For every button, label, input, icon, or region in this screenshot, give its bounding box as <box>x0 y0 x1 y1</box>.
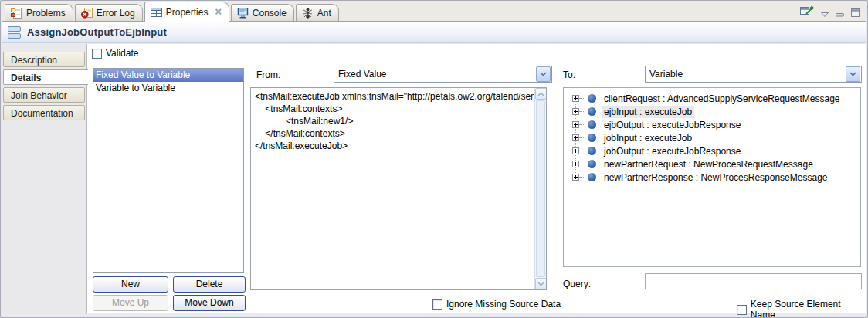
properties-icon <box>151 7 162 18</box>
keep-source-row: Keep Source Element Name <box>737 299 866 318</box>
list-item[interactable]: Fixed Value to Variable <box>93 69 243 82</box>
chevron-down-icon[interactable] <box>536 66 551 82</box>
variable-icon <box>588 173 596 181</box>
from-combo-value: Fixed Value <box>334 69 536 80</box>
tree-item-label[interactable]: ejbOutput : executeJobResponse <box>602 119 743 131</box>
tab-console[interactable]: Console <box>231 4 294 21</box>
variable-icon <box>588 134 596 142</box>
expand-plus-icon[interactable] <box>572 95 579 102</box>
to-label: To: <box>563 69 575 80</box>
validate-row: Validate <box>92 48 138 59</box>
tree-row[interactable]: clientRequest : AdvancedSupplyServiceReq… <box>564 92 860 105</box>
tree-item-label[interactable]: newPartnerResponse : NewProcesResponseMe… <box>602 171 829 184</box>
variable-tree: clientRequest : AdvancedSupplyServiceReq… <box>563 87 861 267</box>
problems-icon <box>11 8 22 19</box>
new-button[interactable]: New <box>93 276 168 293</box>
expand-plus-icon[interactable] <box>572 108 579 115</box>
mapping-list: Fixed Value to Variable Variable to Vari… <box>93 68 244 273</box>
query-label: Query: <box>563 279 591 289</box>
xml-content: <tnsMail:executeJob xmlns:tnsMail="http:… <box>251 88 534 289</box>
tree-row[interactable]: newPartnerResponse : NewProcesResponseMe… <box>564 171 860 184</box>
pin-view-icon[interactable] <box>800 5 814 20</box>
expand-plus-icon[interactable] <box>572 121 579 128</box>
form-icon <box>8 26 21 39</box>
move-up-button: Move Up <box>93 295 168 311</box>
tree-item-label[interactable]: clientRequest : AdvancedSupplyServiceReq… <box>602 93 843 105</box>
sidebar-item-details[interactable]: Details <box>3 69 88 85</box>
keep-source-checkbox[interactable] <box>737 305 747 315</box>
ignore-missing-label: Ignore Missing Source Data <box>446 299 561 310</box>
scroll-down-icon[interactable] <box>535 278 547 289</box>
variable-icon <box>588 147 596 155</box>
validate-label: Validate <box>106 48 138 59</box>
scrollbar-thumb[interactable] <box>536 100 545 277</box>
tree-row[interactable]: jobInput : executeJob <box>564 131 860 144</box>
variable-icon <box>588 160 596 168</box>
fixed-value-editor[interactable]: <tnsMail:executeJob xmlns:tnsMail="http:… <box>250 87 547 290</box>
ignore-missing-row: Ignore Missing Source Data <box>432 299 561 310</box>
tab-label: Properties <box>166 7 209 18</box>
move-down-button[interactable]: Move Down <box>173 295 246 311</box>
tree-item-label[interactable]: jobInput : executeJob <box>602 132 694 144</box>
tab-label: Ant <box>317 8 331 19</box>
sidebar-item-join-behavior[interactable]: Join Behavior <box>3 87 85 103</box>
keep-source-label: Keep Source Element Name <box>751 299 866 318</box>
query-input[interactable] <box>645 273 862 289</box>
from-combo[interactable]: Fixed Value <box>334 66 552 83</box>
sidebar: Description Details Join Behavior Docume… <box>2 44 87 313</box>
console-icon <box>237 8 249 19</box>
vertical-scrollbar[interactable] <box>534 88 546 289</box>
variable-icon <box>588 107 596 116</box>
properties-view: Problems Error Log Properties ❌︎ Console <box>0 0 868 318</box>
sidebar-item-description[interactable]: Description <box>3 52 85 67</box>
details-panel: Validate Fixed Value to Variable Variabl… <box>88 44 866 313</box>
tab-label: Problems <box>26 8 66 19</box>
close-icon[interactable]: ❌︎ <box>215 8 221 16</box>
ant-icon <box>302 8 314 19</box>
tree-row[interactable]: ejbInput : executeJob <box>564 105 860 118</box>
tree-row[interactable]: ejbOutput : executeJobResponse <box>564 118 860 131</box>
view-menu-icon[interactable] <box>821 6 829 20</box>
expand-plus-icon[interactable] <box>572 147 579 154</box>
error-log-icon <box>81 8 93 19</box>
scroll-up-icon[interactable] <box>535 88 547 100</box>
tree-item-label[interactable]: ejbInput : executeJob <box>602 106 694 118</box>
tab-problems[interactable]: Problems <box>5 4 73 21</box>
expand-plus-icon[interactable] <box>572 161 579 167</box>
properties-header: AssignJobOutputToEjbInput <box>2 22 866 43</box>
variable-icon <box>588 94 596 103</box>
tab-error-log[interactable]: Error Log <box>75 4 143 21</box>
to-combo-value: Variable <box>646 69 846 80</box>
delete-button[interactable]: Delete <box>173 276 246 293</box>
tree-item-label[interactable]: jobOutput : executeJobResponse <box>602 145 743 157</box>
validate-checkbox[interactable] <box>92 49 102 59</box>
chevron-down-icon[interactable] <box>846 66 860 82</box>
properties-body: Description Details Join Behavior Docume… <box>2 44 866 313</box>
tab-label: Error Log <box>97 8 135 19</box>
page-title: AssignJobOutputToEjbInput <box>27 26 167 38</box>
view-tab-bar: Problems Error Log Properties ❌︎ Console <box>2 2 866 22</box>
sidebar-item-documentation[interactable]: Documentation <box>3 105 85 120</box>
maximize-icon[interactable] <box>851 6 860 20</box>
tab-label: Console <box>253 8 287 19</box>
tree-row[interactable]: newPartnerRequest : NewProcesRequestMess… <box>564 157 860 171</box>
from-label: From: <box>256 69 280 80</box>
tree-row[interactable]: jobOutput : executeJobResponse <box>564 144 860 157</box>
tab-properties[interactable]: Properties ❌︎ <box>144 2 229 22</box>
variable-icon <box>588 120 596 129</box>
minimize-icon[interactable] <box>836 6 844 20</box>
view-toolbar <box>800 5 860 20</box>
tab-ant[interactable]: Ant <box>296 4 339 21</box>
ignore-missing-checkbox[interactable] <box>432 299 442 310</box>
list-item[interactable]: Variable to Variable <box>93 82 243 95</box>
expand-plus-icon[interactable] <box>572 134 579 141</box>
tree-item-label[interactable]: newPartnerRequest : NewProcesRequestMess… <box>602 158 815 171</box>
expand-plus-icon[interactable] <box>572 174 579 181</box>
to-combo[interactable]: Variable <box>645 66 862 83</box>
